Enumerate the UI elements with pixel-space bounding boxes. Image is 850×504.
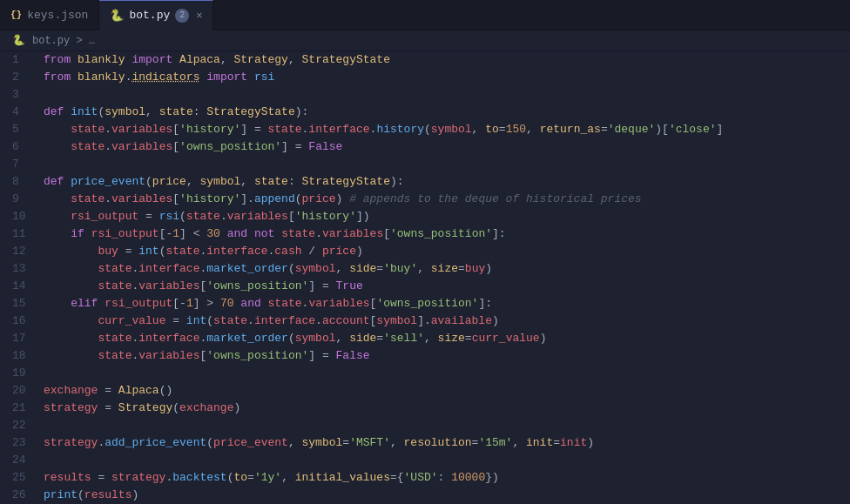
ln-6: 6	[12, 138, 26, 156]
ln-4: 4	[12, 104, 26, 121]
ln-24: 24	[12, 452, 26, 469]
tab-close-bot-py[interactable]: ✕	[196, 9, 202, 22]
code-line-12: buy = int(state.interface.cash / price)	[44, 243, 850, 260]
code-line-16: curr_value = int(state.interface.account…	[44, 312, 850, 330]
tab-keys-json[interactable]: {} keys.json	[0, 0, 99, 30]
code-line-14: state.variables['owns_position'] = True	[44, 278, 850, 295]
ln-22: 22	[12, 417, 26, 434]
ln-5: 5	[12, 121, 26, 138]
line-numbers: 1 2 3 4 5 6 7 8 9 10 11 12 13 14 15 16 1…	[0, 51, 35, 502]
tab-label-bot-py: bot.py	[129, 9, 170, 22]
ln-11: 11	[12, 225, 26, 243]
ln-19: 19	[12, 365, 26, 382]
code-line-1: from blankly import Alpaca, Strategy, St…	[44, 51, 850, 69]
code-line-4: def init(symbol, state: StrategyState):	[44, 104, 850, 121]
ln-17: 17	[12, 330, 26, 347]
code-line-20: exchange = Alpaca()	[44, 382, 850, 400]
ln-13: 13	[12, 260, 26, 278]
ln-25: 25	[12, 469, 26, 487]
ln-1: 1	[12, 51, 26, 69]
code-line-23: strategy.add_price_event(price_event, sy…	[44, 434, 850, 452]
json-icon: {}	[10, 10, 22, 20]
code-line-3	[44, 86, 850, 104]
code-line-9: state.variables['history'].append(price)…	[44, 191, 850, 208]
breadcrumb: 🐍 bot.py > …	[0, 30, 850, 51]
code-line-8: def price_event(price, symbol, state: St…	[44, 173, 850, 191]
ln-2: 2	[12, 69, 26, 86]
ln-20: 20	[12, 382, 26, 400]
code-line-2: from blankly.indicators import rsi	[44, 69, 850, 86]
tab-label-keys-json: keys.json	[27, 9, 88, 22]
ln-14: 14	[12, 278, 26, 295]
code-line-17: state.interface.market_order(symbol, sid…	[44, 330, 850, 347]
code-line-13: state.interface.market_order(symbol, sid…	[44, 260, 850, 278]
ln-12: 12	[12, 243, 26, 260]
code-content[interactable]: from blankly import Alpaca, Strategy, St…	[35, 51, 850, 502]
ln-15: 15	[12, 295, 26, 312]
code-line-24	[44, 452, 850, 469]
tab-badge-bot-py: 2	[175, 9, 189, 23]
ln-18: 18	[12, 347, 26, 365]
ln-16: 16	[12, 312, 26, 330]
tab-bar: {} keys.json 🐍 bot.py 2 ✕	[0, 0, 850, 30]
code-line-26: print(results)	[44, 487, 850, 502]
code-line-21: strategy = Strategy(exchange)	[44, 400, 850, 417]
code-line-7	[44, 156, 850, 173]
py-snake-icon: 🐍	[110, 9, 124, 23]
code-line-6: state.variables['owns_position'] = False	[44, 138, 850, 156]
code-area: 1 2 3 4 5 6 7 8 9 10 11 12 13 14 15 16 1…	[0, 51, 850, 502]
py-file-icon: 🐍	[12, 34, 25, 47]
code-line-19	[44, 365, 850, 382]
ln-23: 23	[12, 434, 26, 452]
ln-8: 8	[12, 173, 26, 191]
ln-9: 9	[12, 191, 26, 208]
ln-21: 21	[12, 400, 26, 417]
ln-3: 3	[12, 86, 26, 104]
code-line-10: rsi_output = rsi(state.variables['histor…	[44, 208, 850, 225]
tab-bot-py[interactable]: 🐍 bot.py 2 ✕	[99, 0, 213, 30]
code-line-5: state.variables['history'] = state.inter…	[44, 121, 850, 138]
code-line-11: if rsi_output[-1] < 30 and not state.var…	[44, 225, 850, 243]
ln-26: 26	[12, 487, 26, 502]
code-line-25: results = strategy.backtest(to='1y', ini…	[44, 469, 850, 487]
breadcrumb-text: bot.py > …	[32, 35, 95, 47]
code-line-22	[44, 417, 850, 434]
code-line-18: state.variables['owns_position'] = False	[44, 347, 850, 365]
ln-7: 7	[12, 156, 26, 173]
code-line-15: elif rsi_output[-1] > 70 and state.varia…	[44, 295, 850, 312]
ln-10: 10	[12, 208, 26, 225]
